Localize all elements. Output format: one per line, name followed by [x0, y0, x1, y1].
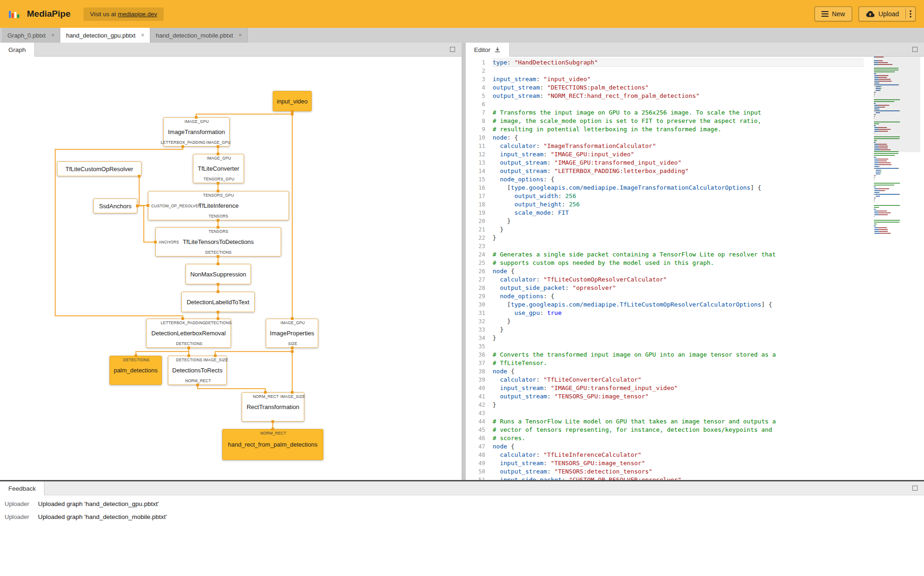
- minimap-line: [874, 164, 920, 165]
- edge-segment: [197, 388, 266, 389]
- edge-connector-dot: [217, 226, 219, 229]
- port-label: NORM_RECT: [260, 431, 286, 435]
- minimap-line: [874, 160, 920, 161]
- code-line: node {: [493, 367, 864, 376]
- graph-node-tflite_inference[interactable]: TfLiteInferenceTENSORS_GPUTENSORSCUSTOM_…: [148, 191, 289, 220]
- hamburger-icon: [821, 11, 828, 17]
- tab-close-icon[interactable]: ×: [51, 32, 54, 38]
- feedback-row: Uploader Uploaded graph 'hand_detection_…: [5, 497, 924, 510]
- line-number: 44: [466, 417, 493, 426]
- edge-connector-dot: [187, 354, 190, 357]
- minimap-line: [874, 162, 920, 163]
- edge-connector-dot: [217, 290, 219, 293]
- node-label: NonMaxSuppression: [190, 271, 246, 278]
- new-button[interactable]: New: [815, 6, 852, 21]
- editor-panel-strip: Editor: [466, 43, 924, 57]
- line-number: 47: [466, 442, 493, 451]
- line-number: 40: [466, 384, 493, 392]
- code-line: output_stream: "LETTERBOX_PADDING:letter…: [493, 167, 864, 175]
- graph-node-hand_rect_from_palm_detections[interactable]: hand_rect_from_palm_detectionsNORM_RECT: [222, 429, 323, 460]
- upload-button-label: Upload: [879, 10, 899, 18]
- kebab-icon: [910, 10, 911, 18]
- minimap-line: [874, 194, 920, 195]
- editor-maximize-icon[interactable]: [912, 47, 918, 52]
- feedback-source: Uploader: [5, 500, 33, 507]
- edge-connector-dot: [291, 113, 294, 115]
- edge-connector-dot: [217, 262, 219, 265]
- line-number: 20: [466, 217, 493, 225]
- code-line: }: [493, 234, 864, 242]
- graph-maximize-icon[interactable]: [450, 47, 455, 52]
- graph-node-palm_detections[interactable]: palm_detectionsDETECTIONS: [109, 356, 162, 385]
- graph-node-rect_transformation[interactable]: RectTransformationNORM_RECTIMAGE_SIZE: [242, 392, 304, 422]
- code-area[interactable]: type: "HandDetectionSubgraph"input_strea…: [493, 57, 864, 480]
- tab-close-icon[interactable]: ×: [141, 32, 144, 38]
- minimap-line: [874, 209, 920, 210]
- code-line: # Generates a single side packet contain…: [493, 250, 864, 259]
- tab-close-icon[interactable]: ×: [238, 32, 242, 38]
- download-icon[interactable]: [494, 46, 501, 53]
- port-label: TENSORS_GPU: [204, 177, 234, 181]
- line-number: 11: [466, 142, 493, 150]
- code-line: scale_mode: FIT: [493, 209, 864, 217]
- tab-hand-detection-mobile[interactable]: hand_detection_mobile.pbtxt ×: [150, 28, 248, 43]
- port-label: DETECTIONS: [176, 358, 203, 362]
- edge-connector-dot: [217, 153, 219, 155]
- upload-button[interactable]: Upload: [859, 7, 905, 21]
- kebab-menu-button[interactable]: [906, 7, 915, 21]
- code-line: input_stream: "IMAGE_GPU:transformed_inp…: [493, 384, 864, 392]
- node-label: ImageProperties: [270, 330, 314, 337]
- graph-node-image_transformation[interactable]: ImageTransformationIMAGE_GPULETTERBOX_PA…: [163, 117, 230, 147]
- line-number: 12: [466, 150, 493, 159]
- feedback-tab[interactable]: Feedback: [0, 481, 45, 495]
- line-number: 18: [466, 200, 493, 209]
- code-editor[interactable]: 1234567891011121314151617181920212223242…: [466, 57, 924, 480]
- minimap-line: [874, 166, 920, 167]
- graph-node-detection_letterbox_removal[interactable]: DetectionLetterboxRemovalLETTERBOX_PADDI…: [146, 319, 231, 348]
- line-number: 5: [466, 92, 493, 100]
- port-label: IMAGE_SIZE: [280, 394, 305, 399]
- minimap-line: [874, 205, 920, 206]
- graph-node-detections_to_rects[interactable]: DetectionsToRectsDETECTIONSIMAGE_SIZENOR…: [168, 356, 227, 385]
- code-line: node {: [493, 442, 864, 451]
- tab-graph-0[interactable]: Graph_0.pbtxt ×: [2, 28, 60, 43]
- code-line: # Converts the transformed input image o…: [493, 351, 864, 359]
- graph-canvas[interactable]: input_videoImageTransformationIMAGE_GPUL…: [0, 57, 462, 480]
- tab-hand-detection-gpu[interactable]: hand_detection_gpu.pbtxt ×: [60, 28, 150, 43]
- port-label: IMAGE_GPU: [207, 156, 231, 160]
- graph-node-detection_label_id_to_text[interactable]: DetectionLabelIdToText: [181, 292, 255, 312]
- editor-tab[interactable]: Editor: [466, 43, 510, 57]
- graph-node-image_properties[interactable]: ImagePropertiesIMAGE_GPUSIZE: [266, 319, 318, 348]
- upload-button-group: Upload: [859, 6, 916, 21]
- graph-node-ssd_anchors[interactable]: SsdAnchors: [93, 198, 137, 213]
- line-number: 19: [466, 209, 493, 217]
- edge-segment: [135, 351, 189, 352]
- app-root: MediaPipe Visit us at mediapipe.dev New …: [0, 0, 924, 576]
- port-label: IMAGE_GPU: [281, 320, 305, 325]
- graph-node-tflite_tensors_to_detections[interactable]: TfLiteTensorsToDetectionsTENSORSDETECTIO…: [155, 227, 281, 256]
- minimap[interactable]: [874, 57, 920, 480]
- line-number: 26: [466, 267, 493, 275]
- graph-node-non_max_suppression[interactable]: NonMaxSuppression: [186, 264, 251, 284]
- line-number: 43: [466, 409, 493, 417]
- edge-connector-dot: [214, 354, 217, 357]
- visit-link[interactable]: mediapipe.dev: [118, 11, 157, 18]
- edge-connector-dot: [136, 205, 139, 207]
- graph-node-tflite_custom_op_resolver[interactable]: TfLiteCustomOpResolver: [57, 161, 141, 176]
- minimap-line: [874, 231, 920, 232]
- minimap-line: [874, 216, 920, 217]
- tab-label: Graph_0.pbtxt: [7, 32, 45, 39]
- code-line: [493, 242, 864, 250]
- feedback-log: Uploader Uploaded graph 'hand_detection_…: [0, 495, 924, 523]
- feedback-maximize-icon[interactable]: [912, 486, 918, 491]
- graph-tab[interactable]: Graph: [0, 43, 35, 57]
- edge-connector-dot: [217, 190, 219, 192]
- app-title: MediaPipe: [27, 9, 71, 19]
- minimap-slider[interactable]: [874, 57, 920, 152]
- graph-node-tflite_converter[interactable]: TfLiteConverterIMAGE_GPUTENSORS_GPU: [193, 154, 244, 183]
- edge-connector-dot: [217, 182, 219, 185]
- minimap-line: [874, 181, 920, 182]
- code-line: [493, 342, 864, 351]
- line-number: 32: [466, 317, 493, 326]
- graph-node-input_video[interactable]: input_video: [273, 91, 312, 111]
